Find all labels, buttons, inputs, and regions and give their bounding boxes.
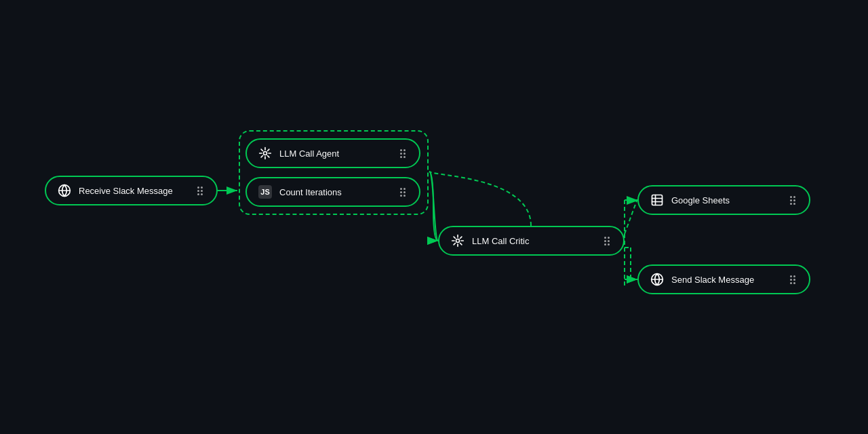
node-google-sheets[interactable]: Google Sheets bbox=[637, 185, 810, 215]
llm-critic-menu[interactable] bbox=[601, 234, 612, 248]
node-count-iterations[interactable]: JS Count Iterations bbox=[245, 177, 420, 207]
receive-slack-label: Receive Slack Message bbox=[79, 186, 188, 196]
svg-point-13 bbox=[264, 152, 267, 155]
svg-line-3 bbox=[625, 201, 637, 234]
google-sheets-menu[interactable] bbox=[787, 193, 798, 208]
send-slack-icon bbox=[650, 272, 665, 287]
send-slack-label: Send Slack Message bbox=[671, 275, 781, 285]
google-sheets-icon bbox=[650, 193, 665, 208]
llm-agent-menu[interactable] bbox=[397, 146, 408, 161]
llm-critic-label: LLM Call Critic bbox=[472, 236, 595, 246]
svg-rect-15 bbox=[652, 195, 663, 205]
llm-agent-icon bbox=[258, 146, 273, 161]
send-slack-menu[interactable] bbox=[787, 273, 798, 287]
connections-svg bbox=[0, 0, 868, 434]
node-llm-call-critic[interactable]: LLM Call Critic bbox=[438, 226, 625, 256]
workflow-canvas: Receive Slack Message LLM Call Agent JS … bbox=[0, 0, 868, 434]
receive-slack-menu[interactable] bbox=[195, 184, 205, 198]
count-iterations-menu[interactable] bbox=[397, 185, 408, 199]
node-llm-call-agent[interactable]: LLM Call Agent bbox=[245, 138, 420, 168]
js-icon: JS bbox=[258, 184, 273, 199]
count-iterations-label: Count Iterations bbox=[279, 187, 391, 197]
node-receive-slack[interactable]: Receive Slack Message bbox=[45, 176, 218, 205]
llm-critic-icon bbox=[450, 233, 465, 248]
google-sheets-label: Google Sheets bbox=[671, 195, 781, 205]
llm-agent-label: LLM Call Agent bbox=[279, 149, 391, 159]
slack-icon bbox=[57, 183, 72, 198]
svg-point-14 bbox=[456, 239, 460, 243]
node-send-slack[interactable]: Send Slack Message bbox=[637, 264, 810, 294]
